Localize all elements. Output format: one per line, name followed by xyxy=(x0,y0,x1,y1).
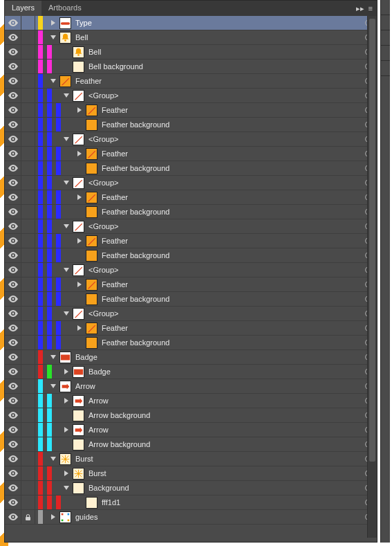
layer-label[interactable]: Feather xyxy=(102,280,128,289)
layer-label[interactable]: Feather background xyxy=(102,338,169,347)
layer-thumbnail[interactable] xyxy=(86,104,97,116)
lock-toggle[interactable] xyxy=(21,45,35,59)
lock-toggle[interactable] xyxy=(21,408,35,422)
expand-toggle[interactable] xyxy=(49,353,57,361)
visibility-toggle[interactable] xyxy=(5,336,21,349)
tab-layers[interactable]: Layers xyxy=(5,1,41,16)
expand-toggle[interactable] xyxy=(49,382,57,390)
lock-toggle[interactable] xyxy=(21,147,35,161)
visibility-toggle[interactable] xyxy=(5,205,21,219)
layer-thumbnail[interactable] xyxy=(73,221,84,233)
visibility-toggle[interactable] xyxy=(5,408,21,422)
expand-toggle[interactable] xyxy=(75,149,84,158)
layer-label[interactable]: Badge xyxy=(88,367,111,376)
layer-label[interactable]: Arrow xyxy=(75,382,95,390)
expand-toggle[interactable] xyxy=(75,193,84,201)
visibility-toggle[interactable] xyxy=(5,365,21,379)
visibility-toggle[interactable] xyxy=(5,118,21,131)
layer-thumbnail[interactable] xyxy=(73,482,84,494)
layer-thumbnail[interactable] xyxy=(73,395,84,407)
visibility-toggle[interactable] xyxy=(5,350,21,364)
visibility-toggle[interactable] xyxy=(5,452,21,466)
visibility-toggle[interactable] xyxy=(5,277,21,291)
layer-label[interactable]: Arrow xyxy=(88,426,109,434)
expand-toggle[interactable] xyxy=(49,455,57,463)
lock-toggle[interactable] xyxy=(21,379,35,393)
layer-thumbnail[interactable] xyxy=(86,497,97,509)
layer-row[interactable]: Feather xyxy=(5,321,377,336)
layer-row[interactable]: Feather background xyxy=(5,292,377,307)
expand-toggle[interactable] xyxy=(62,397,71,405)
expand-toggle[interactable] xyxy=(62,426,71,434)
layer-label[interactable]: <Group> xyxy=(88,309,118,318)
visibility-toggle[interactable] xyxy=(5,248,21,262)
expand-toggle[interactable] xyxy=(49,513,57,521)
expand-toggle[interactable] xyxy=(62,266,71,274)
lock-toggle[interactable] xyxy=(21,248,35,262)
layer-thumbnail[interactable] xyxy=(86,279,97,291)
layer-label[interactable]: Feather xyxy=(102,149,128,158)
visibility-toggle[interactable] xyxy=(5,321,21,335)
layer-thumbnail[interactable] xyxy=(73,177,84,189)
lock-toggle[interactable] xyxy=(21,74,35,88)
layer-label[interactable]: Feather xyxy=(102,324,128,332)
layer-label[interactable]: <Group> xyxy=(88,135,118,143)
visibility-toggle[interactable] xyxy=(5,379,21,393)
visibility-toggle[interactable] xyxy=(5,234,21,248)
expand-toggle[interactable] xyxy=(49,77,57,85)
visibility-toggle[interactable] xyxy=(5,103,21,117)
tab-artboards[interactable]: Artboards xyxy=(41,1,88,16)
layer-thumbnail[interactable] xyxy=(86,250,97,262)
lock-toggle[interactable] xyxy=(21,350,35,364)
layer-label[interactable]: Type xyxy=(75,19,92,27)
lock-toggle[interactable] xyxy=(21,176,35,190)
layer-label[interactable]: <Group> xyxy=(88,266,118,274)
layer-row[interactable]: Arrow background xyxy=(5,408,377,423)
layer-row[interactable]: Feather xyxy=(5,147,377,161)
layer-row[interactable]: <Group> xyxy=(5,263,377,277)
layer-thumbnail[interactable] xyxy=(73,468,84,480)
layer-thumbnail[interactable] xyxy=(86,293,97,305)
layer-thumbnail[interactable] xyxy=(86,322,97,334)
lock-toggle[interactable] xyxy=(21,89,35,102)
lock-toggle[interactable] xyxy=(21,234,35,248)
expand-toggle[interactable] xyxy=(49,19,57,27)
expand-toggle[interactable] xyxy=(62,484,71,492)
layer-thumbnail[interactable] xyxy=(73,410,84,421)
layer-thumbnail[interactable] xyxy=(59,453,71,465)
expand-toggle[interactable] xyxy=(62,469,71,477)
layer-thumbnail[interactable] xyxy=(73,366,84,378)
layer-thumbnail[interactable] xyxy=(86,192,97,203)
layer-row[interactable]: Arrow xyxy=(5,379,377,394)
layer-thumbnail[interactable] xyxy=(86,119,97,131)
layer-row[interactable]: Feather background xyxy=(5,248,377,263)
layer-thumbnail[interactable] xyxy=(73,308,84,320)
lock-toggle[interactable] xyxy=(21,466,35,480)
lock-toggle[interactable] xyxy=(21,103,35,117)
layer-label[interactable]: Feather xyxy=(102,106,128,114)
layer-row[interactable]: <Group> xyxy=(5,132,377,147)
layer-label[interactable]: Feather background xyxy=(102,164,169,172)
layer-row[interactable]: Background xyxy=(5,481,377,495)
layer-label[interactable]: Feather xyxy=(75,77,102,85)
layer-row[interactable]: <Group> xyxy=(5,89,377,103)
layer-label[interactable]: Arrow background xyxy=(88,411,150,419)
layer-label[interactable]: Background xyxy=(88,484,129,492)
layer-thumbnail[interactable] xyxy=(73,264,84,276)
lock-toggle[interactable] xyxy=(21,161,35,175)
layer-row[interactable]: Bell xyxy=(5,30,377,45)
expand-toggle[interactable] xyxy=(62,222,71,230)
layer-label[interactable]: <Group> xyxy=(88,91,118,100)
layer-label[interactable]: Feather xyxy=(102,193,128,201)
layer-thumbnail[interactable] xyxy=(86,148,97,160)
layer-row[interactable]: Burst xyxy=(5,452,377,466)
lock-toggle[interactable] xyxy=(21,481,35,495)
layer-row[interactable]: Badge xyxy=(5,365,377,379)
layer-label[interactable]: <Group> xyxy=(88,179,118,187)
visibility-toggle[interactable] xyxy=(5,510,21,524)
lock-toggle[interactable] xyxy=(21,307,35,320)
visibility-toggle[interactable] xyxy=(5,481,21,495)
visibility-toggle[interactable] xyxy=(5,423,21,437)
visibility-toggle[interactable] xyxy=(5,307,21,320)
layer-row[interactable]: Bell background xyxy=(5,60,377,74)
